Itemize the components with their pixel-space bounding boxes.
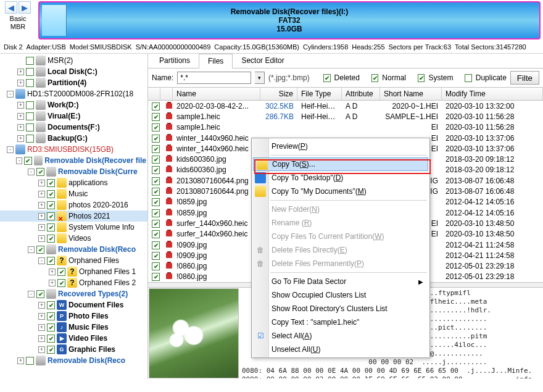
tree-item[interactable]: +✔WDocument Files [0,299,147,311]
tree-expander[interactable]: - [7,91,14,98]
col-mod[interactable]: Modify Time [442,88,543,100]
tree-item[interactable]: +✔applications [0,177,147,188]
tree-expander[interactable]: + [17,357,24,364]
tree-item[interactable]: ✔MSR(2) [0,55,147,66]
tree-expander[interactable]: - [16,157,22,164]
file-checkbox[interactable]: ✔ [152,262,160,270]
tree-checkbox[interactable]: ✔ [47,223,55,231]
tree-expander[interactable]: + [38,224,45,231]
tree-checkbox[interactable]: ✔ [36,290,44,298]
tree-checkbox[interactable]: ✔ [26,357,34,365]
col-attr[interactable]: Attribute [342,88,380,100]
col-short[interactable]: Short Name [380,88,442,100]
tree-checkbox[interactable]: ✔ [47,335,55,343]
tree-expander[interactable]: - [28,169,35,175]
tree-expander[interactable]: + [38,346,45,353]
tree-checkbox[interactable]: ✔ [57,279,65,287]
tree-item[interactable]: +✔Videos [0,233,147,244]
file-checkbox[interactable]: ✔ [152,230,160,238]
tree-checkbox[interactable]: ✔ [47,235,55,243]
ctx-copy-text[interactable]: Copy Text : "sample1.heic" [252,315,429,329]
tree-expander[interactable]: - [38,257,45,264]
ctx-copy-mydocs[interactable]: Copy To "My Documents"(M) [252,185,429,198]
ctx-unselect-all[interactable]: Unselect All(U) [252,343,429,356]
tree-expander[interactable]: + [17,80,24,86]
tree-expander[interactable]: + [17,135,24,142]
tree-item[interactable]: -✔Removable Disk(Reco [0,244,147,255]
file-checkbox[interactable]: ✔ [152,209,160,217]
tree-expander[interactable]: + [38,335,45,342]
name-filter-dropdown[interactable]: ▾ [255,72,265,84]
tree-expander[interactable]: + [38,235,45,242]
tree-item[interactable]: +✔♪Music Files [0,322,147,333]
tree-expander[interactable]: - [7,146,14,153]
tree-checkbox[interactable]: ✔ [36,168,44,176]
ctx-goto-sector[interactable]: Go To File Data Sector▶ [252,275,429,288]
tree-item[interactable]: +✔Photos 2021 [0,211,147,222]
tree-checkbox[interactable]: ✔ [26,135,34,143]
file-checkbox[interactable]: ✔ [152,273,160,281]
duplicate-checkbox[interactable]: ✔ [465,74,471,82]
tree-item[interactable]: +✔Work(D:) [0,99,147,111]
tree-expander[interactable]: + [49,269,56,275]
tree-item[interactable]: -HD1:ST2000DM008-2FR102(18 [0,88,147,99]
tree-checkbox[interactable]: ✔ [26,68,34,76]
tree-checkbox[interactable]: ✔ [47,323,55,332]
ctx-preview[interactable]: Preview(P) [252,140,429,153]
tree-expander[interactable]: + [38,213,45,220]
file-checkbox[interactable]: ✔ [152,188,160,196]
ctx-copy-desktop[interactable]: Copy To "Desktop"(D) [252,171,429,185]
tree-expander[interactable]: + [38,202,45,209]
tree-checkbox[interactable]: ✔ [47,179,55,187]
tree-item[interactable]: +✔Local Disk(C:) [0,66,147,77]
tree-checkbox[interactable]: ✔ [47,257,55,265]
tab-partitions[interactable]: Partitions [151,54,199,68]
tree-checkbox[interactable]: ✔ [26,57,34,65]
system-checkbox[interactable]: ✔ [418,74,425,82]
file-checkbox[interactable]: ✔ [152,166,160,174]
file-checkbox[interactable]: ✔ [152,113,160,121]
tree-item[interactable]: +✔PPhoto Files [0,311,147,322]
tree-item[interactable]: -✔Removable Disk(Recover file [0,155,147,166]
tree-checkbox[interactable]: ✔ [26,79,34,87]
tree-expander[interactable]: + [17,124,24,131]
tree-checkbox[interactable]: ✔ [47,312,55,320]
tree-expander[interactable]: - [28,291,35,298]
tree-checkbox[interactable]: ✔ [57,268,65,276]
tree-checkbox[interactable]: ✔ [47,301,55,309]
filter-button[interactable]: Filte [510,71,539,85]
tree-expander[interactable]: + [17,102,24,109]
file-row[interactable]: ✔2020-02-03-08-42-2...302.5KBHeif-Heic I… [148,101,543,111]
ctx-select-all[interactable]: ☑ Select All(A) [252,329,429,343]
file-checkbox[interactable]: ✔ [152,252,160,260]
ctx-copy-to[interactable]: Copy To(S)... [253,157,428,171]
file-checkbox[interactable]: ✔ [152,220,160,228]
disk-banner[interactable]: Removable Disk(Recover files)(I:) FAT32 … [38,1,541,40]
col-type[interactable]: File Type [297,88,342,100]
col-size[interactable]: Size [260,88,297,100]
tree-checkbox[interactable]: ✔ [26,112,34,120]
file-checkbox[interactable]: ✔ [152,156,160,164]
tree-item[interactable]: +✔▶Video Files [0,333,147,344]
tree-item[interactable]: +✔photos 2020-2016 [0,199,147,211]
tree-checkbox[interactable]: ✔ [47,212,55,220]
file-row[interactable]: ✔sample1.heic286.7KBHeif-Heic I...A DSAM… [148,111,543,122]
file-checkbox[interactable]: ✔ [152,145,160,153]
tab-files[interactable]: Files [199,54,233,69]
ctx-show-root-clusters[interactable]: Show Root Directory's Clusters List [252,302,429,315]
tree-expander[interactable]: + [38,191,45,198]
file-checkbox[interactable]: ✔ [152,241,160,249]
tree-item[interactable]: +✔Backup(G:) [0,133,147,144]
nav-back-button[interactable]: ◀ [5,1,17,14]
ctx-show-occupied[interactable]: Show Occupied Clusters List [252,288,429,302]
col-name[interactable]: Name [173,88,260,100]
tree-item[interactable]: +✔Music [0,188,147,199]
deleted-checkbox[interactable]: ✔ [323,74,330,82]
tree-checkbox[interactable]: ✔ [26,101,34,109]
tree-checkbox[interactable]: ✔ [36,246,44,254]
tree-item[interactable]: +✔?Orphaned Files 1 [0,266,147,277]
tree-pane[interactable]: ✔MSR(2)+✔Local Disk(C:)+✔Partition(4)-HD… [0,54,148,379]
file-checkbox[interactable]: ✔ [152,135,160,143]
tree-item[interactable]: -RD3:SMIUSBDISK(15GB) [0,144,147,155]
tree-expander[interactable]: - [28,246,35,253]
